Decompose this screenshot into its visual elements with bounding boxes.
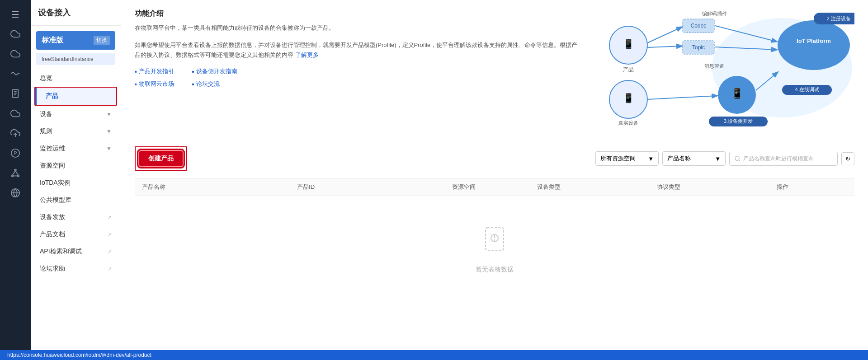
svg-line-41 <box>647 27 682 43</box>
svg-text:📱: 📱 <box>623 93 634 103</box>
search-placeholder: 产品名称查询时进行模糊查询 <box>743 155 814 163</box>
diagram: IoT Platform 1.定义Profile 2.注册设备 编解码插件 Co… <box>592 9 854 128</box>
nav-item-resource-space[interactable]: 资源空间 <box>31 157 121 174</box>
instance-switch-btn[interactable]: 切换 <box>94 36 110 45</box>
nav-item-model-lib[interactable]: 公共模型库 <box>31 192 121 209</box>
create-btn-wrapper: 创建产品 <box>135 146 187 171</box>
svg-text:产品: 产品 <box>623 66 634 73</box>
nav-label-product: 产品 <box>46 92 58 100</box>
svg-line-42 <box>647 46 682 47</box>
nav-label-monitor: 监控运维 <box>40 145 65 153</box>
product-section: 创建产品 所有资源空间 ▼ 产品名称 ▼ 产品名称查询时进行模糊查询 ↻ <box>121 137 868 360</box>
col-header-name: 产品名称 <box>135 183 290 191</box>
menu-icon[interactable]: ☰ <box>7 5 24 24</box>
sidebar-icon-wave[interactable] <box>0 64 31 84</box>
sidebar-icon-upload[interactable] <box>0 124 31 144</box>
nav-label-forum: 论坛求助 <box>40 265 65 273</box>
intro-title: 功能介绍 <box>135 9 583 19</box>
intro-links-right: 设备侧开发指南 论坛交流 <box>192 67 237 88</box>
empty-text: 暂无表格数据 <box>476 266 514 274</box>
svg-line-48 <box>739 160 740 161</box>
svg-line-11 <box>15 171 18 175</box>
page-title: 设备接入 <box>31 0 121 26</box>
nav-label-api-debug: API检索和调试 <box>40 248 82 256</box>
instance-id: freeStandardInstance <box>36 53 115 65</box>
sidebar-icon-cloud3[interactable] <box>0 104 31 124</box>
nav-label-overview: 总览 <box>40 74 52 82</box>
instance-box: 标准版 切换 <box>36 31 115 50</box>
svg-text:Codec: Codec <box>691 23 707 29</box>
sidebar-icon-doc[interactable] <box>0 84 31 104</box>
svg-text:编解码插件: 编解码插件 <box>702 11 727 16</box>
nav-item-rules[interactable]: 规则 ▼ <box>31 123 121 140</box>
nav-arrow-monitor: ▼ <box>106 145 112 152</box>
col-header-id: 产品ID <box>290 183 445 191</box>
svg-point-47 <box>735 156 739 160</box>
nav-item-forum[interactable]: 论坛求助 ↗ <box>31 260 121 277</box>
nav-arrow-device: ▼ <box>106 111 112 117</box>
sidebar-icon-globe[interactable] <box>0 183 31 203</box>
nav-item-product-doc[interactable]: 产品文档 ↗ <box>31 226 121 243</box>
svg-text:真实设备: 真实设备 <box>618 120 638 126</box>
left-nav: 设备接入 标准版 切换 freeStandardInstance 总览 产品 设… <box>31 0 121 360</box>
space-select[interactable]: 所有资源空间 ▼ <box>595 151 659 166</box>
empty-icon <box>481 223 508 260</box>
nav-label-model-lib: 公共模型库 <box>40 196 71 204</box>
svg-text:3.设备侧开发: 3.设备侧开发 <box>724 118 753 124</box>
sidebar-icon-nodes[interactable] <box>0 164 31 183</box>
link-iot-market[interactable]: 物联网云市场 <box>135 80 174 88</box>
svg-text:2.注册设备: 2.注册设备 <box>826 16 850 21</box>
nav-item-device[interactable]: 设备 ▼ <box>31 106 121 123</box>
intro-text: 功能介绍 在物联网平台中，某一类具有相同能力或特征的设备的合集被称为一款产品。 … <box>135 9 583 128</box>
nav-label-device: 设备 <box>40 110 52 118</box>
space-select-label: 所有资源空间 <box>600 154 636 163</box>
external-icon-api-debug: ↗ <box>108 249 112 255</box>
nav-label-resource-space: 资源空间 <box>40 162 65 170</box>
nav-item-product[interactable]: 产品 <box>35 88 116 105</box>
svg-point-9 <box>18 175 19 177</box>
instance-label: 标准版 <box>42 36 63 45</box>
sidebar-icon-p[interactable]: P <box>0 144 31 164</box>
nav-item-overview[interactable]: 总览 <box>31 70 121 87</box>
nav-label-device-release: 设备发放 <box>40 213 65 221</box>
create-product-btn[interactable]: 创建产品 <box>139 151 183 166</box>
nav-product-wrapper: 产品 <box>34 87 117 106</box>
svg-rect-49 <box>486 228 504 250</box>
learn-more-link[interactable]: 了解更多 <box>295 51 319 58</box>
svg-text:📱: 📱 <box>623 38 634 49</box>
col-header-device-type: 设备类型 <box>530 183 650 191</box>
name-select[interactable]: 产品名称 ▼ <box>662 151 726 166</box>
external-icon-forum: ↗ <box>108 266 112 272</box>
intro-section: 功能介绍 在物联网平台中，某一类具有相同能力或特征的设备的合集被称为一款产品。 … <box>121 0 868 137</box>
svg-text:📱: 📱 <box>731 87 744 99</box>
svg-line-45 <box>647 96 717 99</box>
status-url: https://console.huaweicloud.com/iotdm/#/… <box>7 352 151 358</box>
external-icon-device-release: ↗ <box>108 215 112 220</box>
col-header-protocol: 协议类型 <box>650 183 769 191</box>
nav-label-rules: 规则 <box>40 127 52 136</box>
link-device-guide[interactable]: 设备侧开发指南 <box>192 67 237 75</box>
refresh-icon: ↻ <box>845 155 850 162</box>
col-header-action: 操作 <box>769 183 854 191</box>
name-select-label: 产品名称 <box>667 154 691 163</box>
nav-item-iotda[interactable]: IoTDA实例 <box>31 174 121 192</box>
sidebar-icon-cloud2[interactable] <box>0 44 31 64</box>
space-select-arrow: ▼ <box>648 155 654 162</box>
svg-point-7 <box>14 169 16 171</box>
link-product-guide[interactable]: 产品开发指引 <box>135 67 174 75</box>
svg-text:消息管道: 消息管道 <box>704 63 724 69</box>
table-header: 产品名称 产品ID 资源空间 设备类型 协议类型 操作 <box>135 178 854 196</box>
nav-item-device-release[interactable]: 设备发放 ↗ <box>31 209 121 226</box>
link-forum[interactable]: 论坛交流 <box>192 80 237 88</box>
sidebar-icon-cloud1[interactable] <box>0 24 31 44</box>
search-icon <box>734 155 741 162</box>
refresh-btn[interactable]: ↻ <box>841 152 854 165</box>
svg-line-10 <box>13 171 15 175</box>
toolbar-right: 所有资源空间 ▼ 产品名称 ▼ 产品名称查询时进行模糊查询 ↻ <box>595 151 854 166</box>
nav-item-monitor[interactable]: 监控运维 ▼ <box>31 140 121 157</box>
nav-item-api-debug[interactable]: API检索和调试 ↗ <box>31 243 121 260</box>
svg-text:4.在线调试: 4.在线调试 <box>795 87 819 92</box>
status-bar: https://console.huaweicloud.com/iotdm/#/… <box>0 350 868 360</box>
intro-desc1: 在物联网平台中，某一类具有相同能力或特征的设备的合集被称为一款产品。 <box>135 23 583 33</box>
col-header-space: 资源空间 <box>445 183 530 191</box>
